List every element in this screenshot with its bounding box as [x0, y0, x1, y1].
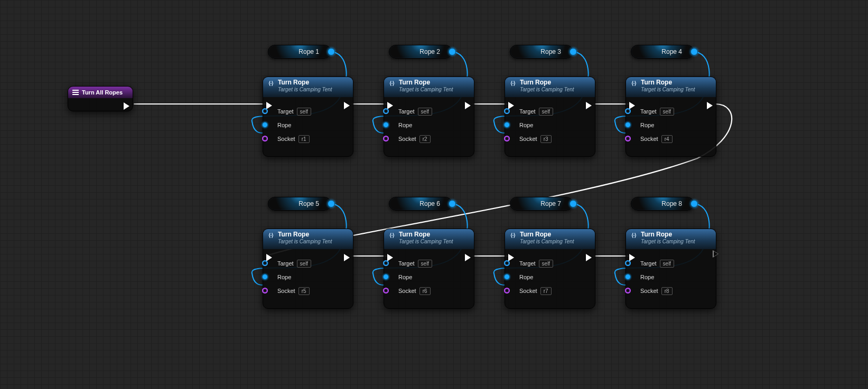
function-entry-node[interactable]: Turn All Ropes [68, 86, 133, 111]
target-default-value[interactable]: self [660, 108, 675, 116]
rope-pin[interactable] [504, 274, 510, 280]
target-pin[interactable] [262, 260, 268, 266]
rope-pin[interactable] [383, 122, 389, 128]
node-header[interactable]: Turn Rope Target is Camping Tent [384, 77, 474, 97]
function-call-node-turn-rope-3[interactable]: Turn Rope Target is Camping Tent Target … [505, 77, 595, 157]
target-pin[interactable] [625, 260, 631, 266]
target-pin[interactable] [383, 260, 389, 266]
rope-pin[interactable] [262, 122, 268, 128]
target-label: Target [519, 108, 536, 115]
node-header[interactable]: Turn Rope Target is Camping Tent [626, 77, 716, 97]
svg-point-4 [270, 235, 272, 236]
rope-label: Rope [519, 274, 533, 280]
node-subtitle: Target is Camping Tent [399, 238, 453, 245]
socket-pin[interactable] [625, 288, 631, 293]
socket-value[interactable]: r1 [298, 135, 310, 143]
socket-value[interactable]: r2 [419, 135, 431, 143]
target-default-value[interactable]: self [539, 260, 554, 268]
node-header[interactable]: Turn Rope Target is Camping Tent [505, 229, 595, 249]
rope-pin[interactable] [625, 122, 631, 128]
rope-label: Rope [519, 122, 533, 128]
target-default-value[interactable]: self [418, 260, 433, 268]
data-out-pin[interactable] [328, 48, 335, 55]
socket-value[interactable]: r6 [419, 287, 431, 295]
node-header[interactable]: Turn Rope Target is Camping Tent [384, 229, 474, 249]
socket-label: Socket [519, 136, 537, 142]
target-label: Target [640, 108, 657, 115]
data-out-pin[interactable] [690, 200, 698, 207]
target-default-value[interactable]: self [297, 108, 312, 116]
rope-pin[interactable] [504, 122, 510, 128]
variable-node-rope-1[interactable]: Rope 1 [268, 45, 331, 59]
data-out-pin[interactable] [690, 48, 698, 55]
rope-label: Rope [640, 122, 654, 128]
data-out-pin[interactable] [449, 200, 456, 207]
rope-pin[interactable] [625, 274, 631, 280]
rope-label: Rope [277, 274, 291, 280]
variable-node-rope-5[interactable]: Rope 5 [268, 197, 331, 211]
variable-node-rope-8[interactable]: Rope 8 [631, 197, 694, 211]
rope-label: Rope [398, 122, 412, 128]
variable-label: Rope 8 [661, 200, 682, 207]
rope-pin[interactable] [262, 274, 268, 280]
socket-pin[interactable] [504, 288, 510, 293]
svg-point-6 [512, 235, 514, 236]
function-call-node-turn-rope-7[interactable]: Turn Rope Target is Camping Tent Target … [505, 229, 595, 309]
target-default-value[interactable]: self [660, 260, 675, 268]
function-call-node-turn-rope-6[interactable]: Turn Rope Target is Camping Tent Target … [384, 229, 474, 309]
variable-node-rope-7[interactable]: Rope 7 [510, 197, 573, 211]
function-call-node-turn-rope-2[interactable]: Turn Rope Target is Camping Tent Target … [384, 77, 474, 157]
target-pin[interactable] [504, 108, 510, 114]
exec-out-pin[interactable] [124, 102, 129, 110]
socket-pin[interactable] [504, 136, 510, 141]
function-icon [630, 80, 638, 87]
variable-node-rope-3[interactable]: Rope 3 [510, 45, 573, 59]
node-header[interactable]: Turn Rope Target is Camping Tent [263, 77, 353, 97]
socket-pin[interactable] [383, 136, 389, 141]
entry-node-header[interactable]: Turn All Ropes [68, 87, 133, 98]
svg-point-7 [633, 235, 634, 236]
target-default-value[interactable]: self [539, 108, 554, 116]
rope-pin[interactable] [383, 274, 389, 280]
function-call-node-turn-rope-4[interactable]: Turn Rope Target is Camping Tent Target … [626, 77, 716, 157]
socket-pin[interactable] [262, 288, 268, 293]
socket-value[interactable]: r7 [540, 287, 552, 295]
target-label: Target [277, 108, 294, 115]
variable-node-rope-2[interactable]: Rope 2 [389, 45, 452, 59]
socket-value[interactable]: r5 [298, 287, 310, 295]
function-icon [509, 232, 517, 239]
rope-label: Rope [277, 122, 291, 128]
node-header[interactable]: Turn Rope Target is Camping Tent [626, 229, 716, 249]
data-out-pin[interactable] [570, 48, 577, 55]
data-out-pin[interactable] [449, 48, 456, 55]
socket-value[interactable]: r8 [661, 287, 673, 295]
target-default-value[interactable]: self [297, 260, 312, 268]
node-subtitle: Target is Camping Tent [520, 238, 574, 245]
node-header[interactable]: Turn Rope Target is Camping Tent [263, 229, 353, 249]
socket-value[interactable]: r3 [540, 135, 552, 143]
node-title: Turn Rope [641, 79, 695, 86]
target-pin[interactable] [625, 108, 631, 114]
data-out-pin[interactable] [570, 200, 577, 207]
node-header[interactable]: Turn Rope Target is Camping Tent [505, 77, 595, 97]
socket-label: Socket [519, 288, 537, 294]
function-call-node-turn-rope-1[interactable]: Turn Rope Target is Camping Tent Target … [263, 77, 353, 157]
socket-label: Socket [277, 288, 295, 294]
socket-pin[interactable] [383, 288, 389, 293]
target-pin[interactable] [262, 108, 268, 114]
socket-label: Socket [398, 288, 416, 294]
function-call-node-turn-rope-8[interactable]: Turn Rope Target is Camping Tent Target … [626, 229, 716, 309]
socket-value[interactable]: r4 [661, 135, 673, 143]
variable-label: Rope 5 [298, 200, 319, 207]
target-default-value[interactable]: self [418, 108, 433, 116]
node-subtitle: Target is Camping Tent [278, 86, 332, 93]
data-out-pin[interactable] [328, 200, 335, 207]
socket-pin[interactable] [625, 136, 631, 141]
variable-node-rope-4[interactable]: Rope 4 [631, 45, 694, 59]
function-call-node-turn-rope-5[interactable]: Turn Rope Target is Camping Tent Target … [263, 229, 353, 309]
node-title: Turn Rope [520, 79, 574, 86]
variable-node-rope-6[interactable]: Rope 6 [389, 197, 452, 211]
socket-pin[interactable] [262, 136, 268, 141]
target-pin[interactable] [504, 260, 510, 266]
target-pin[interactable] [383, 108, 389, 114]
